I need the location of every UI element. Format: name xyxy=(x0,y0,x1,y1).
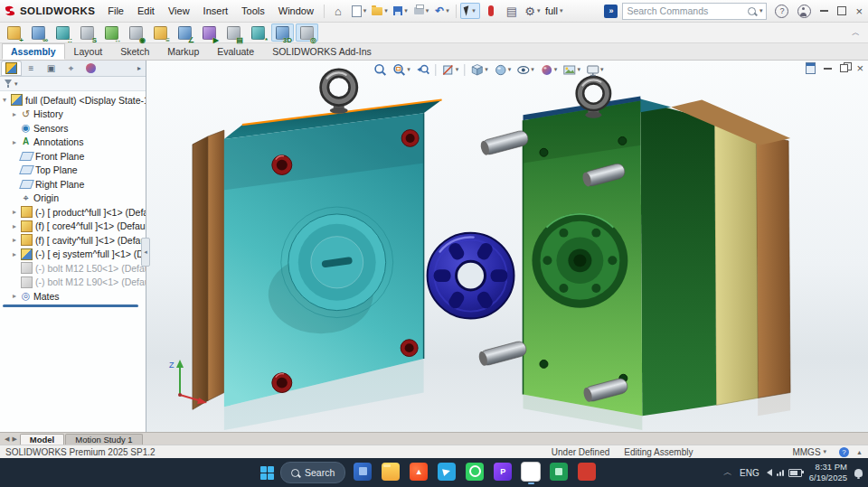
tree-item-history[interactable]: ▸↺History xyxy=(0,108,146,122)
rebuild-button[interactable] xyxy=(481,3,501,19)
move-component-button[interactable] xyxy=(100,23,123,42)
isolate-button[interactable] xyxy=(296,23,318,42)
solidworks-taskbar-button[interactable]: SW xyxy=(520,460,542,485)
menu-edit[interactable]: Edit xyxy=(131,4,161,18)
tab-evaluate[interactable]: Evaluate xyxy=(208,43,263,60)
instant3d-button[interactable] xyxy=(271,23,294,42)
display-style-button[interactable]: ▾ xyxy=(492,61,514,78)
minimize-button[interactable] xyxy=(820,10,828,12)
view-settings-button[interactable]: ▾ xyxy=(584,61,606,78)
menu-insert[interactable]: Insert xyxy=(197,4,235,18)
collapse-toolbar-button[interactable]: ︿ xyxy=(846,27,865,39)
tab-markup[interactable]: Markup xyxy=(158,43,208,60)
expand-caret[interactable]: ▸ xyxy=(13,236,21,244)
expand-caret[interactable]: ▸ xyxy=(13,208,21,216)
taskbar-app-red[interactable] xyxy=(576,460,598,485)
tab-dimxpertmanager[interactable]: ⌖ xyxy=(61,61,80,75)
options-button[interactable]: ⚙▾ xyxy=(523,3,542,19)
previous-view-button[interactable] xyxy=(414,61,431,78)
reference-geometry-button[interactable] xyxy=(174,23,196,42)
show-hidden-components-button[interactable] xyxy=(125,23,147,42)
tab-motion-study-1[interactable]: Motion Study 1 xyxy=(65,434,142,445)
units-selector[interactable]: MMGS▾ xyxy=(792,447,826,457)
tree-item-ej-system[interactable]: ▸(-) [ ej system^full ]<1> (Default) xyxy=(0,248,146,262)
model-tabs-scroll[interactable]: ◀▶ xyxy=(2,433,20,445)
smart-fasteners-button[interactable] xyxy=(76,23,99,42)
tree-item-core4[interactable]: ▸(f) [ core4^full ]<1> (Default) <Di xyxy=(0,220,146,234)
tree-item-right-plane[interactable]: Right Plane xyxy=(0,177,146,192)
tab-displaymanager[interactable] xyxy=(81,61,100,75)
document-close-button[interactable]: × xyxy=(856,62,863,74)
tree-item-annotations[interactable]: ▸AAnnotations xyxy=(0,136,146,150)
tab-layout[interactable]: Layout xyxy=(65,43,112,60)
assembly-3d-scene[interactable] xyxy=(146,61,868,432)
expand-caret[interactable]: ▸ xyxy=(13,222,21,230)
tree-item-cavity[interactable]: ▸(f) [ cavity^full ]<1> (Default) <Di xyxy=(0,233,146,248)
insert-components-button[interactable] xyxy=(3,23,25,42)
tree-item-mates[interactable]: ▸◎Mates xyxy=(0,289,146,304)
user-account-button[interactable] xyxy=(797,5,811,18)
assembly-features-button[interactable] xyxy=(149,23,172,42)
taskbar-app-blue[interactable] xyxy=(352,460,373,485)
tree-item-top-plane[interactable]: Top Plane xyxy=(0,164,146,178)
apply-scene-button[interactable]: ▾ xyxy=(561,61,582,78)
save-button[interactable]: ▾ xyxy=(391,3,410,19)
expand-caret[interactable]: ▾ xyxy=(3,96,11,104)
new-document-button[interactable]: ▾ xyxy=(349,3,369,19)
commands-icon[interactable]: » xyxy=(604,5,618,18)
file-properties-button[interactable]: ▤ xyxy=(502,3,522,19)
undo-button[interactable]: ↶▾ xyxy=(432,3,452,19)
section-view-button[interactable]: ▾ xyxy=(439,61,461,78)
tab-model[interactable]: Model xyxy=(20,434,64,445)
options-profile-dropdown[interactable]: full▾ xyxy=(543,3,565,19)
expand-caret[interactable]: ▸ xyxy=(13,110,21,118)
tree-filter-bar[interactable]: ▾ xyxy=(0,77,146,91)
tree-item-sensors[interactable]: ◉Sensors xyxy=(0,121,146,136)
rollback-bar[interactable] xyxy=(3,304,138,307)
document-minimize-button[interactable] xyxy=(824,68,832,70)
scroll-right-icon[interactable]: ▶ xyxy=(12,435,16,443)
statusbar-expand-icon[interactable]: ▲ xyxy=(856,449,863,455)
tab-propertymanager[interactable]: ≡ xyxy=(22,61,41,75)
expand-caret[interactable]: ▸ xyxy=(13,138,21,146)
tab-solidworks-add-ins[interactable]: SOLIDWORKS Add-Ins xyxy=(263,43,381,60)
zoom-to-fit-button[interactable] xyxy=(372,61,389,78)
cavity-half-component[interactable] xyxy=(477,80,790,417)
panel-flyout-arrow[interactable]: ▸ xyxy=(135,64,144,72)
notification-bell-icon[interactable] xyxy=(854,469,863,477)
expand-caret[interactable]: ▸ xyxy=(13,250,21,258)
hide-show-items-button[interactable]: ▾ xyxy=(514,61,536,78)
menu-tools[interactable]: Tools xyxy=(235,4,271,18)
taskbar-app-green[interactable] xyxy=(548,460,570,485)
taskbar-search[interactable]: Search xyxy=(280,462,345,483)
graphics-viewport[interactable]: ▾ ▾ ▾ ▾ ▾ ▾ ▾ ▾ × xyxy=(146,61,868,432)
new-motion-study-button[interactable] xyxy=(198,23,221,42)
core-half-component[interactable] xyxy=(193,73,442,410)
linear-component-pattern-button[interactable] xyxy=(52,23,74,42)
document-restore-button[interactable] xyxy=(840,64,848,72)
tab-assembly[interactable]: Assembly xyxy=(2,43,65,60)
tray-status-icons[interactable] xyxy=(767,469,802,477)
zoom-to-area-button[interactable]: ▾ xyxy=(391,61,412,78)
tree-item-root[interactable]: ▾full (Default) <Display State-1> xyxy=(0,93,146,108)
hidden-icons-chevron[interactable]: ︿ xyxy=(723,466,732,479)
close-button[interactable]: × xyxy=(855,5,863,17)
bill-of-materials-button[interactable] xyxy=(222,23,245,42)
exploded-view-button[interactable] xyxy=(247,23,269,42)
tree-item-bolt-m12-l50[interactable]: (-) bolt M12 L50<1> (Default) xyxy=(0,261,146,276)
molded-part-component[interactable] xyxy=(428,233,514,319)
tab-sketch[interactable]: Sketch xyxy=(111,43,158,60)
help-button[interactable]: ? xyxy=(775,5,788,18)
maximize-button[interactable] xyxy=(837,6,846,15)
taskbar-app-p[interactable]: P xyxy=(492,460,514,485)
start-button[interactable] xyxy=(260,466,274,480)
print-button[interactable]: ▾ xyxy=(411,3,431,19)
edit-appearance-button[interactable]: ▾ xyxy=(538,61,560,78)
tab-configurationmanager[interactable]: ▣ xyxy=(42,61,61,75)
view-orientation-button[interactable]: ▾ xyxy=(468,61,490,78)
panel-splitter-handle[interactable]: ◂ xyxy=(141,238,150,267)
open-button[interactable]: ▾ xyxy=(370,3,390,19)
scroll-left-icon[interactable]: ◀ xyxy=(5,435,9,443)
file-explorer-button[interactable] xyxy=(380,460,401,485)
tree-item-front-plane[interactable]: Front Plane xyxy=(0,149,146,164)
